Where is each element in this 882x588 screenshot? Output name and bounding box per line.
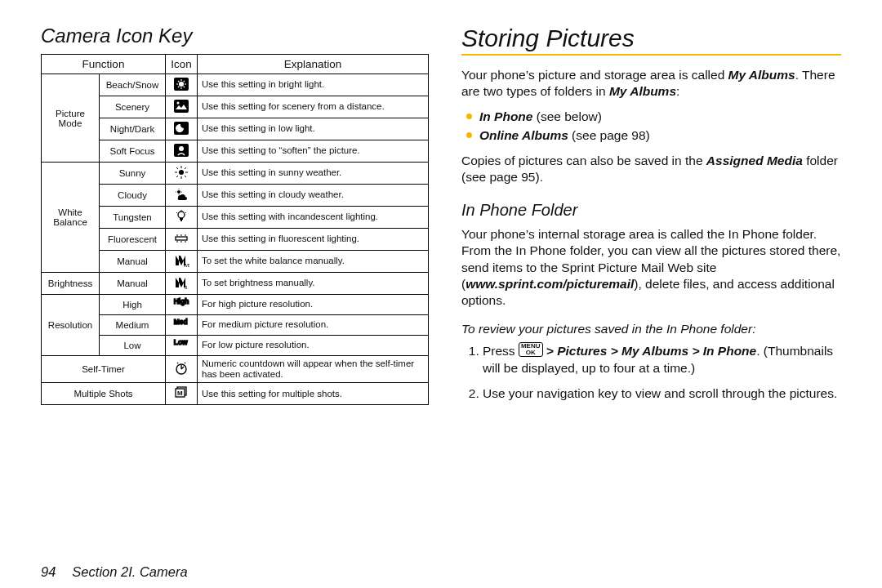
right-column: Storing Pictures Your phone’s picture an… <box>461 24 841 550</box>
step2-text: Use your navigation key to view and scro… <box>483 386 837 400</box>
sub-br-manual: Manual <box>100 273 166 295</box>
icon-self-timer <box>166 356 198 383</box>
sub-cloudy: Cloudy <box>100 185 166 207</box>
sub-scenery: Scenery <box>100 96 166 118</box>
icon-night-dark <box>166 118 198 140</box>
icon-multiple-shots: M <box>166 383 198 405</box>
table-row: Tungsten Use this setting with incandesc… <box>42 207 429 229</box>
svg-point-8 <box>177 190 180 194</box>
exp-tungsten: Use this setting with incandescent light… <box>198 207 429 229</box>
icon-res-low: Low <box>166 336 198 356</box>
exp-fluorescent: Use this setting in fluorescent lighting… <box>198 229 429 251</box>
func-picture-mode: Picture Mode <box>42 74 100 163</box>
storing-pictures-heading: Storing Pictures <box>461 24 841 52</box>
table-row: Medium Med For medium picture resolution… <box>42 315 429 336</box>
th-explanation: Explanation <box>198 55 429 74</box>
svg-text:WB: WB <box>184 263 189 268</box>
func-white-balance: White Balance <box>42 163 100 273</box>
th-function: Function <box>42 55 166 74</box>
exp-wb-manual: To set the white balance manually. <box>198 251 429 273</box>
list-item: Online Albums (see page 98) <box>461 127 841 145</box>
svg-rect-10 <box>176 237 187 240</box>
in-phone-paragraph: Your phone’s internal storage area is ca… <box>461 226 841 310</box>
intro-paragraph: Your phone’s picture and storage area is… <box>461 67 841 100</box>
sub-night-dark: Night/Dark <box>100 118 166 140</box>
icon-br-manual: B <box>166 273 198 295</box>
exp-soft-focus: Use this setting to “soften” the picture… <box>198 140 429 163</box>
svg-text:Low: Low <box>174 338 188 346</box>
svg-point-7 <box>179 170 184 175</box>
bullet-rest: (see page 98) <box>568 128 650 142</box>
icon-tungsten <box>166 207 198 229</box>
icon-sunny <box>166 163 198 185</box>
table-row: Resolution High High For high picture re… <box>42 295 429 315</box>
bullet-label: Online Albums <box>479 128 568 142</box>
svg-rect-2 <box>174 100 189 113</box>
table-row: Picture Mode Beach/Snow Use this setting… <box>42 74 429 96</box>
menu-ok-key-icon: MENUOK <box>519 342 543 357</box>
bullet-label: In Phone <box>479 109 532 123</box>
svg-text:M: M <box>177 390 183 397</box>
func-self-timer: Self-Timer <box>42 356 166 383</box>
exp-night-dark: Use this setting in low light. <box>198 118 429 140</box>
func-resolution: Resolution <box>42 295 100 356</box>
exp-res-low: For low picture resolution. <box>198 336 429 356</box>
svg-text:High: High <box>174 297 189 305</box>
two-column-layout: Camera Icon Key Function Icon Explanatio… <box>41 24 841 550</box>
intro-text-3: : <box>676 84 679 98</box>
exp-sunny: Use this setting in sunny weather. <box>198 163 429 185</box>
sub-wb-manual: Manual <box>100 251 166 273</box>
sub-medium: Medium <box>100 315 166 336</box>
list-item: In Phone (see below) <box>461 109 841 126</box>
func-multiple-shots: Multiple Shots <box>42 383 166 405</box>
myalbums-label: My Albums <box>728 68 795 82</box>
exp-cloudy: Use this setting in cloudy weather. <box>198 185 429 207</box>
exp-multiple-shots: Use this setting for multiple shots. <box>198 383 429 405</box>
func-brightness: Brightness <box>42 273 100 295</box>
svg-point-3 <box>177 102 180 105</box>
icon-cloudy <box>166 185 198 207</box>
table-row: Multiple Shots M Use this setting for mu… <box>42 383 429 405</box>
step-2: Use your navigation key to view and scro… <box>483 385 841 403</box>
icon-soft-focus <box>166 140 198 163</box>
table-row: Low Low For low picture resolution. <box>42 336 429 356</box>
table-row: Manual WB To set the white balance manua… <box>42 251 429 273</box>
sub-sunny: Sunny <box>100 163 166 185</box>
myalbums-label-2: My Albums <box>609 84 676 98</box>
sub-soft-focus: Soft Focus <box>100 140 166 163</box>
table-row: Scenery Use this setting for scenery fro… <box>42 96 429 118</box>
exp-res-high: For high picture resolution. <box>198 295 429 315</box>
th-icon: Icon <box>166 55 198 74</box>
page-footer: 94 Section 2I. Camera <box>41 550 841 580</box>
table-row: White Balance Sunny Use this setting in … <box>42 163 429 185</box>
svg-point-9 <box>178 212 185 218</box>
exp-res-medium: For medium picture resolution. <box>198 315 429 336</box>
section-label: Section 2I. Camera <box>72 564 187 580</box>
svg-text:Med: Med <box>174 318 188 326</box>
icon-res-high: High <box>166 295 198 315</box>
step1-press: Press <box>483 344 519 358</box>
table-row: Soft Focus Use this setting to “soften” … <box>42 140 429 163</box>
exp-self-timer: Numeric countdown will appear when the s… <box>198 356 429 383</box>
icon-beach-snow <box>166 74 198 96</box>
camera-icon-key-heading: Camera Icon Key <box>41 24 429 47</box>
step-1: Press MENUOK > Pictures > My Albums > In… <box>483 342 841 377</box>
copies-paragraph: Copies of pictures can also be saved in … <box>461 153 841 186</box>
exp-br-manual: To set brightness manually. <box>198 273 429 295</box>
page-number: 94 <box>41 564 56 580</box>
exp-scenery: Use this setting for scenery from a dist… <box>198 96 429 118</box>
sub-high: High <box>100 295 166 315</box>
steps-list: Press MENUOK > Pictures > My Albums > In… <box>461 342 841 403</box>
table-row: Cloudy Use this setting in cloudy weathe… <box>42 185 429 207</box>
icon-wb-manual: WB <box>166 251 198 273</box>
table-row: Fluorescent Use this setting in fluoresc… <box>42 229 429 251</box>
table-row: Night/Dark Use this setting in low light… <box>42 118 429 140</box>
svg-point-1 <box>179 82 184 87</box>
in-phone-folder-heading: In Phone Folder <box>461 201 841 220</box>
sub-tungsten: Tungsten <box>100 207 166 229</box>
manual-page: Camera Icon Key Function Icon Explanatio… <box>0 0 882 588</box>
left-column: Camera Icon Key Function Icon Explanatio… <box>41 24 429 550</box>
table-row: Self-Timer Numeric countdown will appear… <box>42 356 429 383</box>
assigned-media-label: Assigned Media <box>706 154 803 167</box>
step1-path: > Pictures > My Albums > In Phone <box>543 344 757 358</box>
